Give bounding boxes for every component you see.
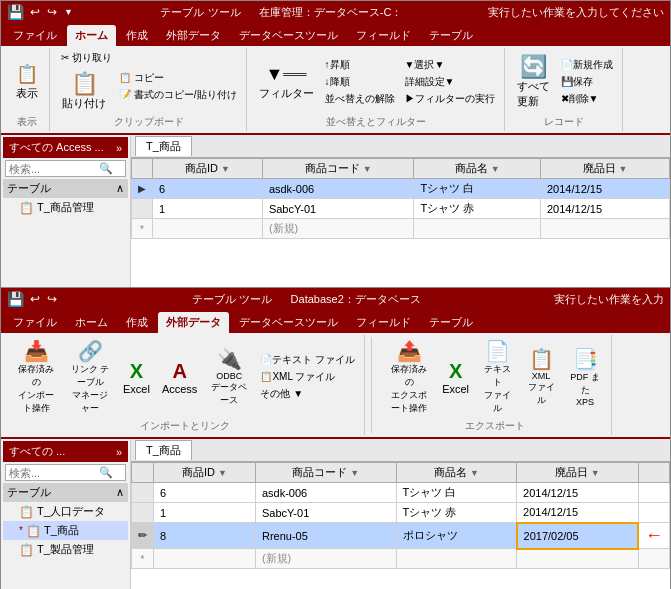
redo-btn-bottom[interactable]: ↪ [45,291,59,307]
copy-btn-top[interactable]: 📋 コピー [116,70,240,86]
bottom-th-date[interactable]: 廃品日 ▼ [517,463,638,483]
tab-create-bottom[interactable]: 作成 [118,312,156,333]
top-rownew-name[interactable] [414,219,541,239]
top-row1-date[interactable]: 2014/12/15 [540,179,669,199]
saved-import-btn[interactable]: 📥 保存済みのインポート操作 [11,337,61,417]
asc-btn-top[interactable]: ↑昇順 [322,57,398,73]
save-icon-top[interactable]: 💾 [7,4,24,20]
bottom-table-tab[interactable]: T_商品 [135,440,192,460]
bottom-row1-date[interactable]: 2014/12/15 [517,483,638,503]
other-btn[interactable]: その他 ▼ [257,386,358,402]
bottom-rownew-name[interactable] [396,549,516,569]
cut-btn-top[interactable]: ✂ 切り取り [58,50,115,66]
top-nav-item-t-shohin-kanri[interactable]: 📋 T_商品管理 [3,198,128,217]
bottom-row1-id[interactable]: 6 [154,483,256,503]
bottom-row1-code[interactable]: asdk-006 [255,483,396,503]
bottom-nav-title[interactable]: すべての ... » [3,441,128,462]
text-file-btn[interactable]: 📄テキスト ファイル [257,352,358,368]
paste-btn-top[interactable]: 📋 貼り付け [58,70,110,113]
top-rownew-date[interactable] [540,219,669,239]
bottom-th-id[interactable]: 商品ID ▼ [154,463,256,483]
hint-text-top[interactable]: 実行したい作業を入力してください [488,5,664,20]
top-row1-code[interactable]: asdk-006 [262,179,414,199]
redo-btn-top[interactable]: ↪ [45,4,59,20]
tab-external-top[interactable]: 外部データ [158,25,229,46]
qa-dropdown-top[interactable]: ▼ [62,6,75,18]
bottom-row3-code[interactable]: Rrenu-05 [255,523,396,549]
apply-filter-btn-top[interactable]: ▶フィルターの実行 [402,91,498,107]
top-row2-date[interactable]: 2014/12/15 [540,199,669,219]
tab-file-top[interactable]: ファイル [5,25,65,46]
refresh-btn-top[interactable]: 🔄 すべて更新 [513,53,554,111]
top-row1-name[interactable]: Tシャツ 白 [414,179,541,199]
bottom-row2-date[interactable]: 2014/12/15 [517,503,638,523]
top-nav-title[interactable]: すべての Access ... » [3,137,128,158]
desc-btn-top[interactable]: ↓降順 [322,74,398,90]
tab-file-bottom[interactable]: ファイル [5,312,65,333]
save-icon-bottom[interactable]: 💾 [7,291,24,307]
filter-btn-top[interactable]: ▼═══ フィルター [255,60,318,103]
bottom-rownew-id[interactable] [154,549,256,569]
xml-export-btn[interactable]: 📋 XMLファイル [521,345,561,409]
top-row2-name[interactable]: Tシャツ 赤 [414,199,541,219]
top-rownew-code[interactable]: (新規) [262,219,414,239]
tab-db-tools-top[interactable]: データベースツール [231,25,346,46]
text-export-btn[interactable]: 📄 テキストファイル [477,337,517,417]
bottom-nav-item-t-jinko[interactable]: 📋 T_人口データ [3,502,128,521]
top-search-input[interactable] [6,162,96,176]
top-row2-code[interactable]: SabcY-01 [262,199,414,219]
top-th-date[interactable]: 廃品日 ▼ [540,159,669,179]
top-rownew-id[interactable] [153,219,263,239]
bottom-th-name[interactable]: 商品名 ▼ [396,463,516,483]
delete-btn-top[interactable]: ✖削除▼ [558,91,616,107]
new-record-btn-top[interactable]: 📄新規作成 [558,57,616,73]
top-table-tab[interactable]: T_商品 [135,136,192,156]
bottom-rownew-code[interactable]: (新規) [255,549,396,569]
tab-home-top[interactable]: ホーム [67,25,116,46]
xml-file-btn[interactable]: 📋XML ファイル [257,369,358,385]
link-table-btn[interactable]: 🔗 リンク テーブルマネージャー [65,337,115,417]
excel-import-btn[interactable]: X Excel [119,357,154,397]
tab-field-bottom[interactable]: フィールド [348,312,419,333]
tab-field-top[interactable]: フィールド [348,25,419,46]
saved-export-btn[interactable]: 📤 保存済みのエクスポート操作 [384,337,434,417]
undo-btn-bottom[interactable]: ↩ [28,291,42,307]
bottom-th-code[interactable]: 商品コード ▼ [255,463,396,483]
tab-create-top[interactable]: 作成 [118,25,156,46]
top-th-id[interactable]: 商品ID ▼ [153,159,263,179]
bottom-row3-name[interactable]: ポロシャツ [396,523,516,549]
access-import-btn[interactable]: A Access [158,357,201,397]
tab-table-bottom[interactable]: テーブル [421,312,481,333]
tab-table-top[interactable]: テーブル [421,25,481,46]
pdf-export-btn[interactable]: 📑 PDF またXPS [565,345,605,409]
tab-db-tools-bottom[interactable]: データベースツール [231,312,346,333]
bottom-row3-id[interactable]: 8 [154,523,256,549]
advanced-btn-top[interactable]: 詳細設定▼ [402,74,498,90]
top-nav-section-header[interactable]: テーブル ∧ [3,179,128,198]
hint-text-bottom[interactable]: 実行したい作業を入力 [554,293,664,305]
tab-external-bottom[interactable]: 外部データ [158,312,229,333]
bottom-nav-item-t-seihin[interactable]: 📋 T_製品管理 [3,540,128,559]
odbc-btn[interactable]: 🔌 ODBCデータベース [205,345,253,409]
view-btn-top[interactable]: 📋 表示 [11,60,43,103]
top-row2-id[interactable]: 1 [153,199,263,219]
tab-home-bottom[interactable]: ホーム [67,312,116,333]
top-row1-id[interactable]: 6 [153,179,263,199]
top-th-code[interactable]: 商品コード ▼ [262,159,414,179]
top-th-name[interactable]: 商品名 ▼ [414,159,541,179]
bottom-search-input[interactable] [6,466,96,480]
bottom-row2-code[interactable]: SabcY-01 [255,503,396,523]
bottom-row3-date[interactable]: 2017/02/05 [517,523,638,549]
bottom-row2-name[interactable]: Tシャツ 赤 [396,503,516,523]
bottom-row2-id[interactable]: 1 [154,503,256,523]
format-copy-btn-top[interactable]: 📝 書式のコピー/貼り付け [116,87,240,103]
bottom-rownew-date[interactable] [517,549,638,569]
bottom-nav-item-t-shohin[interactable]: * 📋 T_商品 [3,521,128,540]
clear-sort-btn-top[interactable]: 並べ替えの解除 [322,91,398,107]
excel-export-btn[interactable]: X Excel [438,357,473,397]
save-record-btn-top[interactable]: 💾保存 [558,74,616,90]
undo-btn-top[interactable]: ↩ [28,4,42,20]
select-btn-top[interactable]: ▼選択▼ [402,57,498,73]
bottom-row1-name[interactable]: Tシャツ 白 [396,483,516,503]
bottom-nav-section-header[interactable]: テーブル ∧ [3,483,128,502]
